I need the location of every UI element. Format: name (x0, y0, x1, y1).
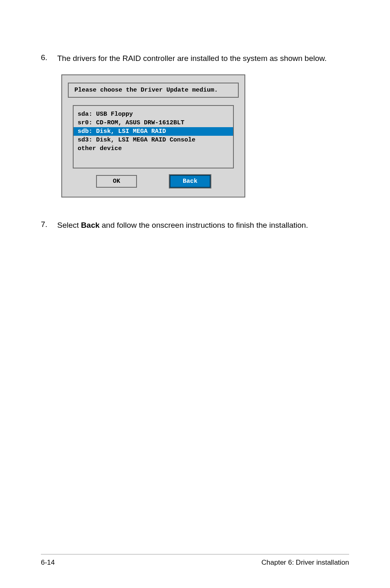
list-item[interactable]: other device (74, 144, 233, 153)
step-text: The drivers for the RAID controller are … (57, 53, 349, 64)
step-text-after: and follow the onscreen instructions to … (100, 221, 308, 229)
list-item-selected[interactable]: sdb: Disk, LSI MEGA RAID (74, 127, 233, 136)
footer-page-number: 6-14 (41, 559, 55, 567)
back-button[interactable]: Back (170, 175, 211, 188)
step-number: 6. (41, 53, 57, 62)
step-6: 6. The drivers for the RAID controller a… (41, 53, 349, 64)
step-number: 7. (41, 220, 57, 229)
step-text-bold: Back (81, 221, 99, 229)
list-item[interactable]: sd3: Disk, LSI MEGA RAID Console (74, 136, 233, 144)
dialog-title: Please choose the Driver Update medium. (68, 83, 239, 98)
step-text: Select Back and follow the onscreen inst… (57, 220, 349, 231)
footer-chapter: Chapter 6: Driver installation (262, 559, 349, 567)
ok-button[interactable]: OK (96, 175, 137, 188)
step-text-before: Select (57, 221, 81, 229)
list-item[interactable]: sda: USB Floppy (74, 110, 233, 119)
device-listbox[interactable]: sda: USB Floppy sr0: CD-ROM, ASUS DRW-16… (73, 105, 234, 168)
dialog-button-row: OK Back (64, 175, 243, 188)
page-footer: 6-14 Chapter 6: Driver installation (41, 554, 349, 567)
step-7: 7. Select Back and follow the onscreen i… (41, 220, 349, 231)
driver-update-dialog: Please choose the Driver Update medium. … (61, 74, 245, 197)
list-item[interactable]: sr0: CD-ROM, ASUS DRW-1612BLT (74, 119, 233, 127)
